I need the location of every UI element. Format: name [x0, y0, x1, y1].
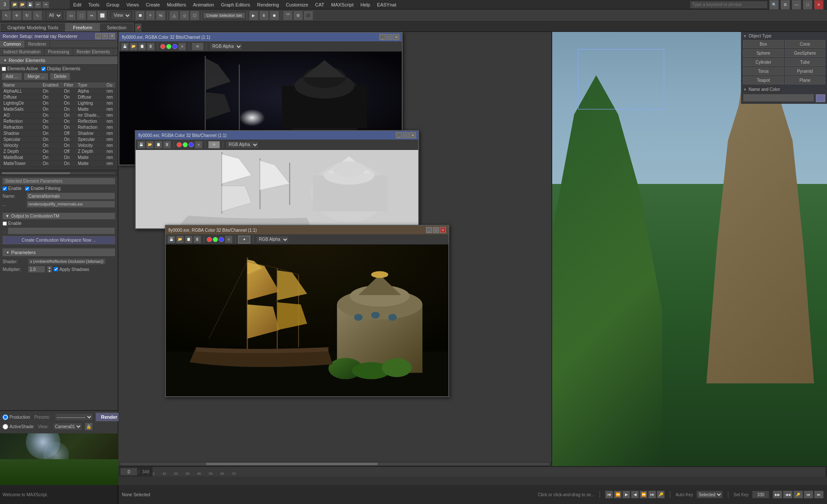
key-filter-btn2[interactable]: ◀◀	[783, 491, 793, 498]
table-row[interactable]: Shadow On Off Shadow ren	[2, 131, 115, 137]
ot-cone[interactable]: Cone	[785, 40, 826, 48]
close-btn[interactable]: ✕	[814, 0, 824, 9]
rw1-title-bar[interactable]: fly0000.exr, RGBA Color 32 Bits/Channel …	[119, 33, 402, 41]
settings-btn[interactable]: ⚙	[780, 0, 790, 9]
snap-3d-btn[interactable]: 🔲	[135, 11, 145, 20]
play-btn[interactable]: ▶	[622, 491, 630, 498]
delete-element-btn[interactable]: Delete	[50, 73, 70, 80]
move-btn[interactable]: ✛	[12, 11, 22, 20]
toolbar-undo[interactable]: ↩	[34, 1, 41, 8]
rw2-copy[interactable]: 📋	[155, 141, 162, 149]
menu-cat[interactable]: CAT	[312, 0, 328, 9]
ngon-btn[interactable]: ⬡	[190, 11, 199, 20]
toolbar-redo[interactable]: ↪	[42, 1, 49, 8]
rw1-minimize[interactable]: _	[379, 34, 386, 40]
stop-anim-btn[interactable]: ⏸	[259, 11, 269, 20]
pct-snap-btn[interactable]: %	[156, 11, 165, 20]
menu-create[interactable]: Create	[142, 0, 163, 9]
enable-filtering-checkbox[interactable]	[25, 187, 29, 191]
key-prev-btn[interactable]: ⏮	[804, 491, 813, 498]
rw1-blue-channel[interactable]	[172, 44, 177, 49]
enable-param-checkbox[interactable]	[3, 187, 7, 191]
activeshade-radio[interactable]	[3, 424, 8, 429]
scale-btn[interactable]: ⤡	[33, 11, 42, 20]
search-input[interactable]	[690, 1, 768, 9]
table-row[interactable]: Z Depth On Off Z Depth ren	[2, 149, 115, 155]
menu-maxscript[interactable]: MAXScript	[328, 0, 357, 9]
search-btn[interactable]: 🔍	[769, 0, 779, 9]
ot-cylinder[interactable]: Cylinder	[743, 58, 784, 66]
rw3-blue-channel[interactable]	[219, 237, 224, 242]
rw2-open[interactable]: 📂	[146, 141, 154, 149]
ot-geosphere[interactable]: GeoSphere	[785, 49, 826, 57]
angle-snap-btn[interactable]: ⟡	[146, 11, 155, 20]
rw2-green-channel[interactable]	[183, 142, 188, 147]
rw3-red-channel[interactable]	[207, 237, 212, 242]
key-mode-toggle[interactable]: 🔑	[793, 491, 803, 498]
go-end-btn[interactable]: ⏭	[648, 491, 656, 498]
rw2-save[interactable]: 💾	[137, 141, 145, 149]
ot-teapot[interactable]: Teapot	[743, 76, 784, 84]
elements-table-scroll[interactable]: Name Enabled Filter Type Ou AlphaALL O	[2, 82, 116, 168]
menu-help[interactable]: Help	[357, 0, 374, 9]
current-frame-input[interactable]	[120, 468, 137, 476]
rw1-copy[interactable]: 📋	[138, 43, 146, 50]
merge-element-btn[interactable]: Merge ...	[24, 73, 48, 80]
menu-rendering[interactable]: Rendering	[254, 0, 283, 9]
table-row[interactable]: MatteSails On On Matte ren	[2, 106, 115, 112]
material-editor-btn[interactable]: ⬛	[304, 11, 313, 20]
rw2-show-alpha[interactable]: α	[195, 141, 202, 149]
table-row[interactable]: Specular On On Specular ren	[2, 137, 115, 143]
presets-select[interactable]: --------------------	[55, 413, 93, 421]
prev-frame-btn[interactable]: ⏪	[614, 491, 622, 498]
render-setup-close[interactable]: ✕	[109, 33, 115, 39]
key-frame-input[interactable]	[752, 491, 769, 498]
tab-selection[interactable]: Selection	[99, 23, 134, 31]
menu-easynat[interactable]: EASYnat	[373, 0, 400, 9]
camera-lock-btn[interactable]: 🔒	[85, 423, 93, 430]
render-setup-maximize[interactable]: □	[102, 33, 108, 39]
menu-group[interactable]: Group	[103, 0, 123, 9]
table-row[interactable]: Velocity On On Velocity ren	[2, 143, 115, 149]
table-row[interactable]: LightingDir On On Lighting ren	[2, 167, 115, 168]
rw1-close[interactable]: ✕	[393, 34, 399, 40]
align-btn[interactable]: ⬜	[97, 11, 107, 20]
enable-filtering-checkbox-label[interactable]: Enable Filtering	[25, 186, 60, 191]
key-filter-btn[interactable]: ▶▶	[773, 491, 782, 498]
tab-renderer[interactable]: Renderer	[25, 40, 50, 48]
ot-sphere[interactable]: Sphere	[743, 49, 784, 57]
table-row[interactable]: MatteBoat On On Matte ren	[2, 155, 115, 161]
apply-shadows-checkbox[interactable]	[54, 267, 58, 271]
render-frame-btn[interactable]: 🎬	[283, 11, 292, 20]
rw2-delete[interactable]: 🗑	[163, 141, 171, 149]
tab-render-elements[interactable]: Render Elements	[73, 48, 114, 56]
elements-active-checkbox-label[interactable]: Elements Active	[2, 66, 38, 71]
rw1-show-alpha[interactable]: α	[178, 43, 186, 50]
window-crossing-btn[interactable]: ⬚	[77, 11, 86, 20]
object-name-input[interactable]	[743, 94, 814, 102]
rw3-save[interactable]: 💾	[168, 236, 175, 243]
enable-param-checkbox-label[interactable]: Enable	[3, 186, 22, 191]
display-elements-checkbox[interactable]	[41, 67, 46, 71]
rw2-maximize[interactable]: □	[403, 132, 409, 138]
rw1-channel-select[interactable]: RGB Alpha	[209, 43, 243, 50]
rw3-open[interactable]: 📂	[176, 236, 184, 243]
rw2-mono[interactable]: M	[208, 141, 220, 149]
element-output-input[interactable]	[27, 201, 115, 208]
render-area-hscroll[interactable]	[118, 462, 551, 466]
rw3-copy[interactable]: 📋	[185, 236, 193, 243]
ot-torus[interactable]: Torus	[743, 67, 784, 75]
rw1-green-channel[interactable]	[166, 44, 171, 49]
menu-modifiers[interactable]: Modifiers	[163, 0, 190, 9]
maximize-btn[interactable]: □	[803, 0, 812, 9]
ot-plane[interactable]: Plane	[785, 76, 826, 84]
rw3-mono[interactable]: ■	[238, 236, 250, 243]
multiplier-spinner[interactable]: ▲ ▼	[47, 266, 52, 273]
activeshade-radio-label[interactable]: ActiveShade	[3, 424, 34, 429]
create-combustion-btn[interactable]: Create Combustion Workspace Now ...	[3, 236, 115, 244]
add-element-btn[interactable]: Add ...	[2, 73, 22, 80]
rw3-show-alpha[interactable]: α	[225, 236, 233, 243]
menu-graph-editors[interactable]: Graph Editors	[218, 0, 254, 9]
rw3-minimize[interactable]: _	[426, 227, 432, 233]
mirror-btn[interactable]: ⇔	[87, 11, 96, 20]
